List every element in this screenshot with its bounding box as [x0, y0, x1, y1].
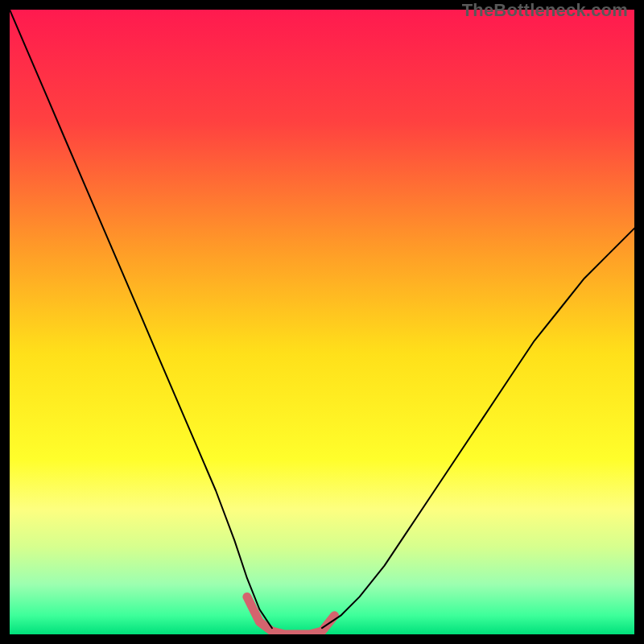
- watermark-text: TheBottleneck.com: [462, 0, 628, 21]
- plot-area: [10, 10, 634, 634]
- chart-frame: TheBottleneck.com: [0, 0, 644, 644]
- chart-svg: [10, 10, 634, 634]
- gradient-background: [10, 10, 634, 634]
